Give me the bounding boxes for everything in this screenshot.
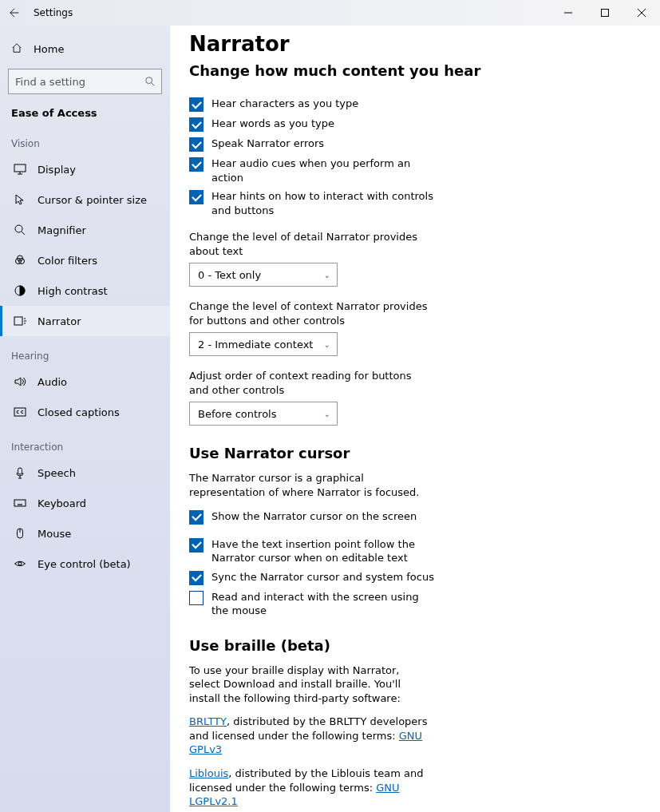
chevron-down-icon: ⌄ (324, 410, 330, 418)
svg-rect-9 (14, 408, 26, 416)
sidebar-item-colorfilters[interactable]: Color filters (0, 245, 170, 275)
sidebar-item-label: Display (38, 164, 76, 176)
sidebar-group-label: Interaction (0, 427, 170, 457)
eye-icon (14, 557, 26, 570)
back-button[interactable] (0, 0, 29, 26)
hear-option-label: Hear words as you type (211, 117, 334, 131)
home-icon (11, 42, 22, 56)
window-controls (550, 0, 660, 26)
hear-option-checkbox[interactable] (189, 97, 204, 112)
sidebar-item-magnifier[interactable]: Magnifier (0, 215, 170, 245)
link-liblouis[interactable]: Liblouis (189, 767, 228, 779)
home-label: Home (34, 43, 64, 55)
sidebar-item-cc[interactable]: Closed captions (0, 397, 170, 427)
maximize-button[interactable] (587, 0, 623, 26)
sidebar-group-label: Hearing (0, 336, 170, 366)
select-context-level[interactable]: 2 - Immediate context ⌄ (189, 332, 338, 356)
sidebar: Home Ease of Access VisionDisplayCursor … (0, 26, 170, 812)
hear-option-label: Hear hints on how to interact with contr… (211, 189, 437, 217)
hear-option-label: Speak Narrator errors (211, 137, 324, 151)
sidebar-item-label: Color filters (38, 255, 97, 267)
sidebar-item-label: Mouse (38, 528, 71, 540)
monitor-icon (14, 163, 26, 176)
svg-point-1 (146, 77, 152, 84)
cursor-desc: The Narrator cursor is a graphical repre… (189, 471, 429, 499)
cursor-option-row: Show the Narrator cursor on the screen (189, 509, 437, 525)
hear-option-row: Hear audio cues when you perform an acti… (189, 156, 437, 184)
content-area: Narrator Change how much content you hea… (170, 26, 660, 812)
braille-liblouis-line: Liblouis, distributed by the Liblouis te… (189, 766, 429, 809)
svg-point-13 (18, 562, 22, 565)
sidebar-group-label: Vision (0, 124, 170, 154)
colorfilters-icon (14, 254, 26, 267)
sidebar-item-label: Cursor & pointer size (38, 194, 147, 206)
cursor-option-checkbox[interactable] (189, 538, 204, 553)
cursor-option-label: Read and interact with the screen using … (211, 590, 437, 618)
hear-option-checkbox[interactable] (189, 157, 204, 172)
sidebar-item-speech[interactable]: Speech (0, 457, 170, 488)
sidebar-item-cursor[interactable]: Cursor & pointer size (0, 184, 170, 215)
braille-brltty-line: BRLTTY, distributed by the BRLTTY develo… (189, 715, 429, 757)
svg-rect-10 (18, 468, 22, 474)
search-icon (144, 75, 156, 90)
hear-option-checkbox[interactable] (189, 137, 204, 152)
sidebar-item-label: Keyboard (38, 497, 86, 509)
sidebar-item-display[interactable]: Display (0, 154, 170, 184)
section-narrator-cursor: Use Narrator cursor (189, 445, 641, 461)
titlebar: Settings (0, 0, 660, 26)
hear-option-checkbox[interactable] (189, 117, 204, 132)
select-value: 2 - Immediate context (198, 339, 313, 351)
sidebar-item-label: Closed captions (38, 406, 120, 418)
magnifier-icon (14, 224, 26, 236)
narrator-icon (14, 315, 26, 327)
page-title: Narrator (189, 32, 641, 56)
cursor-option-checkbox[interactable] (189, 571, 204, 585)
label-detail-level: Change the level of detail Narrator prov… (189, 230, 429, 258)
label-context-order: Adjust order of context reading for butt… (189, 369, 429, 397)
close-button[interactable] (623, 0, 660, 26)
sidebar-item-audio[interactable]: Audio (0, 366, 170, 397)
sidebar-item-label: Audio (38, 376, 67, 388)
select-context-order[interactable]: Before controls ⌄ (189, 402, 338, 426)
sidebar-item-label: Magnifier (38, 224, 86, 236)
window-title: Settings (34, 7, 73, 18)
svg-rect-2 (14, 164, 26, 172)
home-button[interactable]: Home (0, 34, 170, 64)
svg-point-3 (15, 225, 22, 232)
sidebar-item-label: Eye control (beta) (38, 558, 131, 570)
sidebar-item-mouse[interactable]: Mouse (0, 518, 170, 549)
select-detail-level[interactable]: 0 - Text only ⌄ (189, 263, 338, 287)
hear-option-label: Hear characters as you type (211, 97, 358, 111)
hear-option-row: Speak Narrator errors (189, 137, 437, 152)
hear-option-row: Hear characters as you type (189, 97, 437, 112)
chevron-down-icon: ⌄ (324, 340, 330, 349)
hear-option-row: Hear words as you type (189, 117, 437, 132)
select-value: 0 - Text only (198, 269, 261, 281)
audio-icon (14, 375, 26, 388)
hear-option-label: Hear audio cues when you perform an acti… (211, 156, 437, 184)
sidebar-item-narrator[interactable]: Narrator (0, 306, 170, 336)
label-context-level: Change the level of context Narrator pro… (189, 299, 429, 327)
sidebar-item-eyecontrol[interactable]: Eye control (beta) (0, 549, 170, 579)
cursor-option-checkbox[interactable] (189, 510, 204, 525)
keyboard-icon (14, 497, 26, 509)
cursor-option-row: Sync the Narrator cursor and system focu… (189, 570, 437, 585)
highcontrast-icon (14, 284, 26, 297)
mouse-icon (14, 527, 26, 540)
cursor-option-checkbox[interactable] (189, 591, 204, 605)
svg-rect-0 (602, 10, 609, 17)
category-label: Ease of Access (0, 104, 170, 124)
cc-icon (14, 406, 26, 418)
speech-icon (14, 466, 26, 479)
sidebar-item-keyboard[interactable]: Keyboard (0, 488, 170, 518)
section-content-hear: Change how much content you hear (189, 62, 641, 79)
svg-rect-11 (14, 500, 26, 506)
minimize-button[interactable] (550, 0, 587, 26)
sidebar-item-label: Narrator (38, 315, 81, 327)
sidebar-item-highcontrast[interactable]: High contrast (0, 275, 170, 306)
search-input[interactable] (8, 69, 162, 94)
cursor-option-label: Have the text insertion point follow the… (211, 537, 437, 565)
hear-option-checkbox[interactable] (189, 190, 204, 204)
select-value: Before controls (198, 408, 276, 420)
link-brltty[interactable]: BRLTTY (189, 715, 227, 727)
